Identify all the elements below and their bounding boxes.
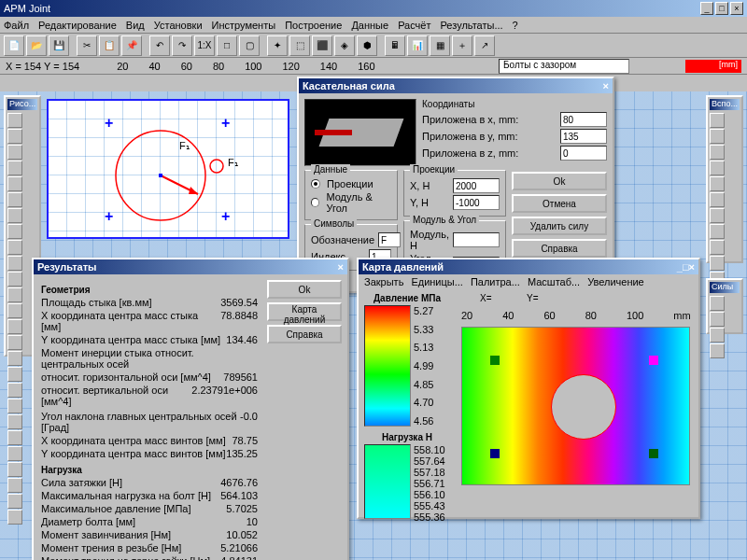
- menu-view[interactable]: Вид: [126, 20, 145, 31]
- pb-g[interactable]: [7, 430, 22, 445]
- pmap-menu-scale[interactable]: Масштаб...: [528, 276, 580, 287]
- tangent-cancel-button[interactable]: Отмена: [512, 194, 607, 213]
- pb-h[interactable]: [7, 446, 22, 461]
- close-button[interactable]: ×: [730, 2, 743, 15]
- radio-projections[interactable]: Проекции: [311, 178, 391, 189]
- tb-grid[interactable]: ▦: [430, 35, 450, 56]
- pb-f[interactable]: [7, 414, 22, 429]
- pmap-menu-palette[interactable]: Палитра...: [471, 276, 520, 287]
- minimize-button[interactable]: _: [700, 2, 713, 15]
- pb-xy[interactable]: [7, 113, 22, 128]
- tb-save[interactable]: 💾: [49, 35, 69, 56]
- pb-b[interactable]: [7, 351, 22, 366]
- tangent-help-button[interactable]: Справка: [512, 239, 607, 258]
- drawing-window[interactable]: + + + + F₁ F₁: [47, 99, 289, 239]
- pb-circ[interactable]: [7, 192, 22, 207]
- pressure-map-canvas[interactable]: [461, 327, 690, 485]
- results-ok-button[interactable]: Ok: [267, 280, 342, 299]
- pb-arc[interactable]: [7, 208, 22, 223]
- results-help-button[interactable]: Справка: [267, 325, 342, 343]
- fp-2[interactable]: [710, 312, 725, 327]
- fp-1[interactable]: [710, 296, 725, 311]
- pb-poly[interactable]: [7, 161, 22, 175]
- tb-zoom3[interactable]: ▢: [239, 35, 260, 56]
- pb-dim[interactable]: [7, 272, 22, 287]
- tb-zoom1[interactable]: 1:X: [194, 35, 215, 56]
- applied-y-input[interactable]: [560, 129, 607, 144]
- pb-i[interactable]: [7, 462, 22, 477]
- tb-t4[interactable]: ◈: [334, 35, 355, 56]
- menu-data[interactable]: Данные: [351, 20, 388, 31]
- results-close-button[interactable]: ×: [338, 261, 344, 273]
- tb-redo[interactable]: ↷: [172, 35, 192, 56]
- pmap-menu-close[interactable]: Закрыть: [364, 276, 403, 287]
- ap-2[interactable]: [710, 129, 725, 144]
- tangent-delete-button[interactable]: Удалить силу: [512, 217, 607, 235]
- pmap-menu-zoom[interactable]: Увеличение: [587, 276, 644, 287]
- pb-line[interactable]: [7, 145, 22, 160]
- tb-ray[interactable]: ↗: [474, 35, 495, 56]
- pb-sel[interactable]: [7, 287, 22, 302]
- tangent-ok-button[interactable]: Ok: [512, 172, 607, 190]
- menu-calc[interactable]: Расчёт: [398, 20, 430, 31]
- pb-snap[interactable]: [7, 129, 22, 144]
- pb-l[interactable]: [7, 510, 22, 525]
- symbol-input[interactable]: [378, 232, 401, 247]
- menu-edit[interactable]: Редактирование: [38, 20, 117, 31]
- tb-paste[interactable]: 📌: [121, 35, 142, 56]
- fp-4[interactable]: [710, 343, 725, 358]
- tb-t3[interactable]: ⬛: [312, 35, 332, 56]
- tangent-close-button[interactable]: ×: [603, 80, 609, 91]
- ap-5[interactable]: [710, 176, 725, 191]
- pb-rect[interactable]: [7, 176, 22, 191]
- applied-z-input[interactable]: [560, 146, 607, 161]
- workspace[interactable]: Рисо... Вспо... Силы ...: [0, 91, 747, 560]
- pmap-max-button[interactable]: □: [683, 261, 689, 273]
- menu-construction[interactable]: Построение: [285, 20, 342, 31]
- ap-9[interactable]: [710, 240, 725, 255]
- results-map-button[interactable]: Карта давлений: [267, 302, 342, 321]
- pb-fill[interactable]: [7, 224, 22, 239]
- tb-zoom2[interactable]: □: [217, 35, 237, 56]
- ap-6[interactable]: [710, 192, 725, 207]
- pb-j[interactable]: [7, 478, 22, 493]
- module-input[interactable]: [453, 232, 500, 247]
- ap-7[interactable]: [710, 208, 725, 223]
- proj-y-input[interactable]: [453, 195, 500, 210]
- proj-x-input[interactable]: [453, 178, 500, 193]
- pb-del[interactable]: [7, 319, 22, 334]
- tb-t1[interactable]: ✦: [267, 35, 288, 56]
- tb-undo[interactable]: ↶: [149, 35, 170, 56]
- ap-8[interactable]: [710, 224, 725, 239]
- drawing-canvas[interactable]: [49, 101, 291, 241]
- tb-cut[interactable]: ✂: [77, 35, 97, 56]
- pb-k[interactable]: [7, 494, 22, 509]
- menu-help[interactable]: ?: [513, 20, 518, 31]
- tb-copy[interactable]: 📋: [99, 35, 120, 56]
- pb-move[interactable]: [7, 303, 22, 318]
- tb-calc[interactable]: 🖩: [385, 35, 405, 56]
- tb-new[interactable]: 📄: [4, 35, 24, 56]
- menu-file[interactable]: Файл: [4, 20, 29, 31]
- pb-hatch[interactable]: [7, 240, 22, 255]
- pb-text[interactable]: [7, 256, 22, 271]
- ap-1[interactable]: [710, 113, 725, 128]
- menu-tools[interactable]: Инструменты: [212, 20, 276, 31]
- ap-3[interactable]: [710, 145, 725, 160]
- tb-plus[interactable]: ＋: [452, 35, 472, 56]
- tb-open[interactable]: 📂: [26, 35, 47, 56]
- pmap-close-button[interactable]: ×: [689, 261, 695, 273]
- ap-10[interactable]: [710, 256, 725, 271]
- applied-x-input[interactable]: [560, 112, 607, 127]
- tb-chart[interactable]: 📊: [407, 35, 428, 56]
- pb-c[interactable]: [7, 367, 22, 382]
- radio-module-angle[interactable]: Модуль & Угол: [311, 191, 391, 214]
- ap-4[interactable]: [710, 161, 725, 175]
- menu-settings[interactable]: Установки: [154, 20, 203, 31]
- joint-type-combo[interactable]: Болты с зазором: [499, 59, 629, 74]
- menu-results[interactable]: Результаты...: [441, 20, 503, 31]
- pb-e[interactable]: [7, 399, 22, 413]
- pb-a[interactable]: [7, 335, 22, 350]
- tb-t5[interactable]: ⬢: [357, 35, 377, 56]
- maximize-button[interactable]: □: [715, 2, 728, 15]
